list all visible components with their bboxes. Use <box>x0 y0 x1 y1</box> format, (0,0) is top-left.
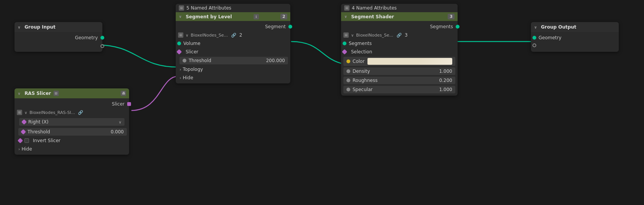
collapse-icon[interactable]: ∨ <box>18 25 21 29</box>
ss-density-field[interactable]: Density 1.000 <box>343 67 455 75</box>
ras-threshold-row: Threshold 0.000 <box>15 127 129 136</box>
ss-segments-output-socket <box>456 25 460 29</box>
ss-selection-socket <box>342 49 347 54</box>
ras-slicer-header: ∨ RAS Slicer ⊞ 🖶 <box>15 88 129 98</box>
ras-slicer-title: RAS Slicer <box>24 91 51 96</box>
sbl-threshold-container: Threshold 200.000 <box>176 56 290 65</box>
slicer-input-socket <box>176 49 182 54</box>
ras-slicer-node: ∨ RAS Slicer ⊞ 🖶 Slicer ⊞ ∨ BioxelNodes_… <box>15 88 129 155</box>
ras-slicer-file-ref: BioxelNodes_RAS-Sl... <box>29 110 75 115</box>
sbl-node-icon: ⊞ <box>178 32 183 38</box>
ss-segments-output-label: Segments <box>430 24 453 29</box>
ras-threshold-socket <box>21 129 26 135</box>
ss-roughness-label: Roughness <box>353 78 377 83</box>
geometry-output-row: Geometry <box>15 34 102 42</box>
ras-slicer-link-icon: 🔗 <box>78 110 83 115</box>
ss-link-count: 3 <box>405 32 408 38</box>
ras-hide-arrow: › <box>18 147 20 152</box>
slicer-output-socket <box>127 102 131 106</box>
ss-specular-socket <box>346 88 350 91</box>
direction-dropdown[interactable]: Right (X) ∨ <box>19 118 125 126</box>
ras-threshold-field[interactable]: Threshold 0.000 <box>18 128 127 136</box>
ss-color-socket <box>346 59 350 63</box>
sbl-named-attrs-label: 5 Named Attributes <box>186 5 231 11</box>
sbl-body: Segment ⊞ ∨ BioxelNodes_Se... 🔗 2 Volume… <box>176 21 290 83</box>
ss-selection-row: Selection <box>341 48 458 56</box>
segment-output-row: Segment <box>176 22 290 31</box>
go-extra-row <box>531 42 619 50</box>
sbl-hide-arrow: › <box>180 75 181 80</box>
sbl-link-count: 2 <box>239 32 243 38</box>
ss-color-field[interactable]: Color <box>343 57 455 66</box>
sbl-named-attrs-icon: ⊞ <box>179 5 184 11</box>
sbl-hide-label: Hide <box>183 75 193 80</box>
ss-selection-label: Selection <box>351 49 372 54</box>
ss-density-label: Density <box>353 69 370 74</box>
ss-collapse[interactable]: ∨ <box>344 14 347 19</box>
sbl-threshold-label: Threshold <box>189 58 211 63</box>
ss-named-attrs-icon: ⊞ <box>344 5 350 11</box>
ss-segments-output-row: Segments <box>341 22 458 31</box>
ras-threshold-label: Threshold <box>28 129 50 135</box>
ss-named-attrs-label: 4 Named Attributes <box>352 5 397 11</box>
ss-color-container: Color <box>341 56 458 67</box>
ss-density-container: Density 1.000 <box>341 67 458 76</box>
ras-slicer-file-row: ⊞ ∨ BioxelNodes_RAS-Sl... 🔗 <box>15 108 129 117</box>
sbl-threshold-field[interactable]: Threshold 200.000 <box>180 57 288 64</box>
ss-specular-field[interactable]: Specular 1.000 <box>343 86 455 93</box>
ras-hide-row[interactable]: › Hide <box>15 145 129 153</box>
sbl-topology-arrow: › <box>180 67 181 72</box>
segment-shader-node: ⊞ 4 Named Attributes ∨ Segment Shader 3 … <box>341 4 458 96</box>
extra-output-row <box>15 42 102 50</box>
sbl-info-icon: ℹ <box>254 14 259 19</box>
ss-specular-label: Specular <box>353 87 372 92</box>
sbl-collapse[interactable]: ∨ <box>179 14 182 19</box>
segment-by-level-node: ⊞ 5 Named Attributes ∨ Segment by Level … <box>176 4 290 83</box>
ss-specular-value: 1.000 <box>439 87 452 92</box>
slicer-input-row: Slicer <box>176 48 290 56</box>
sbl-topology-label: Topology <box>183 67 203 72</box>
ss-subheader: ∨ Segment Shader 3 <box>341 12 458 21</box>
ss-title: Segment Shader <box>351 14 394 19</box>
invert-label: Invert Slicer <box>33 138 60 143</box>
sbl-threshold-socket <box>183 59 186 62</box>
group-output-node: ∨ Group Output Geometry <box>531 22 619 52</box>
volume-row: Volume <box>176 39 290 48</box>
volume-label: Volume <box>183 41 201 46</box>
ss-density-socket <box>346 69 350 73</box>
ss-file-row: ⊞ ∨ BioxelNodes_Se... 🔗 3 <box>341 31 458 39</box>
invert-checkbox[interactable] <box>24 138 29 143</box>
slicer-input-label: Slicer <box>186 49 198 54</box>
invert-socket <box>18 138 23 143</box>
ss-roughness-socket <box>346 78 350 82</box>
ras-slicer-icon: ⊞ <box>53 91 59 96</box>
ss-roughness-field[interactable]: Roughness 0.200 <box>343 77 455 84</box>
ss-link-icon: 🔗 <box>396 33 402 38</box>
ss-named-attrs-header: ⊞ 4 Named Attributes <box>341 4 458 12</box>
ras-threshold-value: 0.000 <box>111 129 124 135</box>
direction-label: Right (X) <box>28 119 119 125</box>
go-geometry-label: Geometry <box>539 35 561 40</box>
go-collapse-icon[interactable]: ∨ <box>534 25 537 29</box>
sbl-title: Segment by Level <box>186 14 232 19</box>
slicer-output-label: Slicer <box>112 101 125 107</box>
sbl-threshold-value: 200.000 <box>266 58 285 63</box>
volume-socket <box>177 42 181 45</box>
ras-slicer-collapse-icon[interactable]: ∨ <box>18 91 21 96</box>
direction-socket-left <box>21 119 27 125</box>
geometry-output-socket <box>100 36 104 40</box>
ss-roughness-value: 0.200 <box>439 78 452 83</box>
direction-chevron: ∨ <box>119 120 121 124</box>
node-editor-canvas: ∨ Group Input Geometry ∨ RAS Slicer ⊞ 🖶 <box>0 0 644 205</box>
ras-slicer-body: Slicer ⊞ ∨ BioxelNodes_RAS-Sl... 🔗 Right… <box>15 98 129 155</box>
segment-output-label: Segment <box>265 24 286 29</box>
ras-slicer-print-icon[interactable]: 🖶 <box>121 91 126 96</box>
group-output-header: ∨ Group Output <box>531 22 619 32</box>
ss-color-swatch[interactable] <box>367 58 452 65</box>
ss-body: Segments ⊞ ∨ BioxelNodes_Se... 🔗 3 Segme… <box>341 21 458 96</box>
sbl-hide-row[interactable]: › Hide <box>176 74 290 82</box>
group-input-header: ∨ Group Input <box>15 22 102 32</box>
sbl-topology-row[interactable]: › Topology <box>176 65 290 74</box>
group-input-body: Geometry <box>15 32 102 52</box>
go-geometry-row: Geometry <box>531 34 619 42</box>
